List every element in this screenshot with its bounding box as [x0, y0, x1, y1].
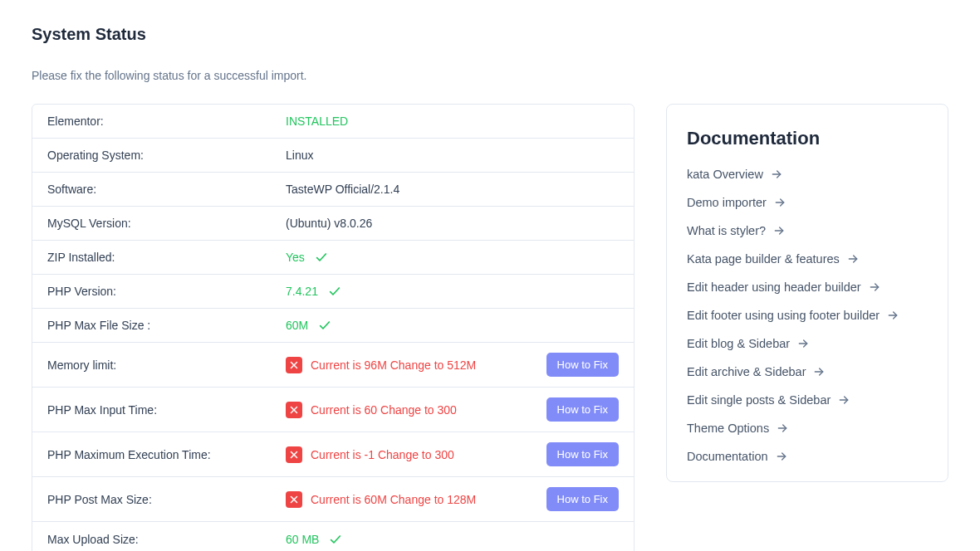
table-row: PHP Max File Size :60M	[32, 309, 634, 343]
status-value-text: 60M	[286, 319, 308, 332]
status-label: PHP Maximum Execution Time:	[47, 448, 286, 461]
documentation-link[interactable]: Edit single posts & Sidebar	[687, 393, 928, 407]
documentation-panel: Documentation kata OverviewDemo importer…	[666, 104, 948, 482]
status-value: INSTALLED	[286, 115, 619, 128]
documentation-link[interactable]: Edit header using header builder	[687, 280, 928, 294]
status-value-text: 7.4.21	[286, 285, 318, 298]
arrow-right-icon	[886, 309, 899, 322]
status-value: Current is 96M Change to 512M	[286, 357, 546, 373]
status-label: Operating System:	[47, 149, 286, 162]
table-row: Operating System:Linux	[32, 139, 634, 173]
documentation-link-label: Edit blog & Sidebar	[687, 337, 790, 350]
page-title: System Status	[32, 25, 948, 44]
status-value-text: TasteWP Official/2.1.4	[286, 183, 399, 196]
status-value-text: (Ubuntu) v8.0.26	[286, 217, 372, 230]
documentation-link-label: Edit footer using using footer builder	[687, 309, 880, 322]
status-label: PHP Post Max Size:	[47, 493, 286, 506]
status-value-text: Current is 96M Change to 512M	[311, 358, 476, 372]
documentation-link[interactable]: Edit blog & Sidebar	[687, 337, 928, 350]
status-label: Software:	[47, 183, 286, 196]
status-value: Current is -1 Change to 300	[286, 446, 546, 463]
documentation-link-label: Edit single posts & Sidebar	[687, 393, 831, 407]
status-label: Max Upload Size:	[47, 533, 286, 546]
arrow-right-icon	[846, 252, 860, 266]
check-icon	[315, 251, 328, 264]
status-value: Current is 60 Change to 300	[286, 402, 546, 418]
how-to-fix-button[interactable]: How to Fix	[546, 442, 619, 466]
check-icon	[329, 533, 342, 546]
status-value-text: Current is 60 Change to 300	[311, 403, 457, 417]
status-value-text: 60 MB	[286, 533, 319, 546]
table-row: MySQL Version:(Ubuntu) v8.0.26	[32, 207, 634, 241]
documentation-link[interactable]: Theme Options	[687, 422, 928, 435]
status-label: MySQL Version:	[47, 217, 286, 230]
arrow-right-icon	[776, 422, 789, 435]
status-value: Linux	[286, 149, 619, 162]
documentation-link-label: What is styler?	[687, 224, 766, 237]
arrow-right-icon	[772, 224, 786, 237]
status-value: 60 MB	[286, 533, 619, 546]
table-row: Max Upload Size:60 MB	[32, 522, 634, 551]
status-value-text: Yes	[286, 251, 305, 264]
error-icon	[286, 491, 302, 508]
status-label: Elementor:	[47, 115, 286, 128]
status-value: (Ubuntu) v8.0.26	[286, 217, 619, 230]
status-label: PHP Version:	[47, 285, 286, 298]
table-row: PHP Version:7.4.21	[32, 275, 634, 309]
documentation-link-label: Demo importer	[687, 196, 767, 209]
status-table: Elementor:INSTALLEDOperating System:Linu…	[32, 104, 635, 551]
status-label: PHP Max Input Time:	[47, 403, 286, 417]
arrow-right-icon	[775, 450, 788, 463]
table-row: PHP Maximum Execution Time:Current is -1…	[32, 432, 634, 477]
status-label: ZIP Installed:	[47, 251, 286, 264]
documentation-link-label: Edit archive & Sidebar	[687, 365, 806, 378]
arrow-right-icon	[868, 280, 881, 294]
check-icon	[328, 285, 341, 298]
documentation-title: Documentation	[687, 128, 928, 149]
error-icon	[286, 357, 302, 373]
table-row: PHP Max Input Time:Current is 60 Change …	[32, 388, 634, 432]
status-value: 7.4.21	[286, 285, 619, 298]
documentation-link-label: Documentation	[687, 450, 768, 463]
documentation-links: kata OverviewDemo importerWhat is styler…	[687, 168, 928, 463]
documentation-link-label: Kata page builder & features	[687, 252, 840, 266]
documentation-link[interactable]: What is styler?	[687, 224, 928, 237]
documentation-link-label: Theme Options	[687, 422, 769, 435]
documentation-link[interactable]: Kata page builder & features	[687, 252, 928, 266]
how-to-fix-button[interactable]: How to Fix	[546, 353, 619, 377]
status-value-text: Current is 60M Change to 128M	[311, 493, 476, 506]
status-label: Memory limit:	[47, 358, 286, 372]
how-to-fix-button[interactable]: How to Fix	[546, 397, 619, 422]
error-icon	[286, 446, 302, 463]
documentation-link[interactable]: Edit footer using using footer builder	[687, 309, 928, 322]
check-icon	[318, 319, 331, 332]
documentation-link-label: kata Overview	[687, 168, 763, 181]
arrow-right-icon	[796, 337, 810, 350]
documentation-link[interactable]: kata Overview	[687, 168, 928, 181]
status-value: TasteWP Official/2.1.4	[286, 183, 619, 196]
documentation-link[interactable]: Edit archive & Sidebar	[687, 365, 928, 378]
table-row: PHP Post Max Size:Current is 60M Change …	[32, 477, 634, 522]
status-value-text: Linux	[286, 149, 313, 162]
table-row: ZIP Installed:Yes	[32, 241, 634, 275]
table-row: Software:TasteWP Official/2.1.4	[32, 173, 634, 207]
status-value-text: Current is -1 Change to 300	[311, 448, 454, 461]
error-icon	[286, 402, 302, 418]
status-value: Yes	[286, 251, 619, 264]
how-to-fix-button[interactable]: How to Fix	[546, 487, 619, 511]
table-row: Elementor:INSTALLED	[32, 105, 634, 139]
arrow-right-icon	[770, 168, 783, 181]
status-value-text: INSTALLED	[286, 115, 348, 128]
status-value: Current is 60M Change to 128M	[286, 491, 546, 508]
status-label: PHP Max File Size :	[47, 319, 286, 332]
table-row: Memory limit:Current is 96M Change to 51…	[32, 343, 634, 388]
documentation-link[interactable]: Documentation	[687, 450, 928, 463]
documentation-link[interactable]: Demo importer	[687, 196, 928, 209]
status-value: 60M	[286, 319, 619, 332]
page-subtitle: Please fix the following status for a su…	[32, 69, 948, 82]
documentation-link-label: Edit header using header builder	[687, 280, 861, 294]
arrow-right-icon	[837, 393, 850, 407]
arrow-right-icon	[812, 365, 826, 378]
arrow-right-icon	[773, 196, 786, 209]
